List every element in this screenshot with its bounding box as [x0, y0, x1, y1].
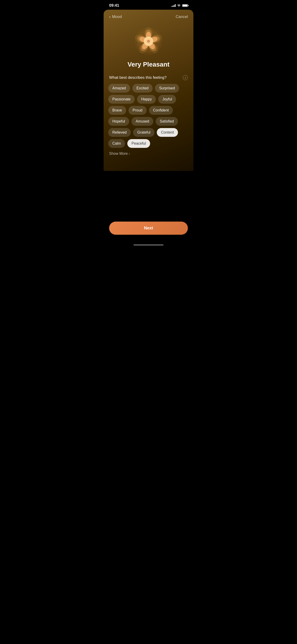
next-button[interactable]: Next [109, 222, 188, 235]
tag-amazed[interactable]: Amazed [108, 84, 130, 92]
tag-relieved[interactable]: Relieved [108, 128, 131, 137]
show-more-chevron-icon: › [129, 152, 130, 156]
main-card: ‹ Mood Cancel [104, 10, 194, 171]
mood-flower [134, 26, 164, 56]
tag-satisfied[interactable]: Satisfied [156, 117, 178, 126]
question-text: What best describes this feeling? [109, 75, 166, 80]
tag-peaceful[interactable]: Peaceful [127, 139, 150, 148]
back-button[interactable]: ‹ Mood [109, 14, 122, 19]
tag-excited[interactable]: Excited [132, 84, 153, 92]
wifi-icon [177, 4, 181, 7]
tag-calm[interactable]: Calm [108, 139, 125, 148]
bottom-section: Next [104, 217, 194, 242]
tags-container: Amazed Excited Surprised Passionate Happ… [104, 84, 194, 148]
tag-happy[interactable]: Happy [137, 95, 156, 104]
tag-joyful[interactable]: Joyful [158, 95, 176, 104]
home-bar [134, 244, 164, 246]
tag-proud[interactable]: Proud [128, 106, 147, 115]
battery-icon [182, 4, 188, 7]
home-indicator [104, 242, 194, 247]
tag-content[interactable]: Content [157, 128, 178, 137]
empty-space [104, 171, 194, 217]
show-more-label: Show More [109, 152, 128, 156]
mood-title: Very Pleasant [104, 61, 194, 68]
tag-brave[interactable]: Brave [108, 106, 126, 115]
show-more-button[interactable]: Show More › [104, 148, 194, 156]
back-label: Mood [112, 14, 122, 19]
signal-icon [172, 4, 176, 7]
tag-surprised[interactable]: Surprised [155, 84, 179, 92]
tag-hopeful[interactable]: Hopeful [108, 117, 129, 126]
tag-amused[interactable]: Amused [132, 117, 153, 126]
svg-point-20 [148, 40, 149, 42]
status-icons [172, 4, 188, 7]
flower-illustration [104, 22, 194, 58]
cancel-button[interactable]: Cancel [176, 14, 188, 19]
nav-bar: ‹ Mood Cancel [104, 10, 194, 22]
tag-passionate[interactable]: Passionate [108, 95, 135, 104]
back-chevron-icon: ‹ [109, 14, 111, 19]
question-row: What best describes this feeling? i [104, 75, 194, 84]
tag-confident[interactable]: Confident [149, 106, 173, 115]
info-button[interactable]: i [183, 75, 188, 80]
tag-grateful[interactable]: Grateful [133, 128, 154, 137]
status-bar: 09:41 [104, 0, 194, 10]
status-time: 09:41 [109, 3, 119, 8]
